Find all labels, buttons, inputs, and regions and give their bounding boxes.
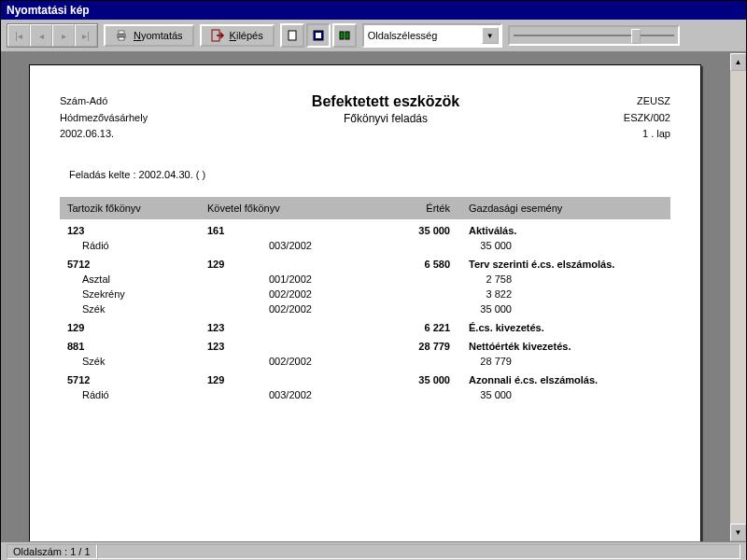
view-single-button[interactable] <box>280 23 304 48</box>
cell-item: Szék <box>67 356 222 367</box>
cell-item: Szék <box>67 303 222 315</box>
printer-icon <box>115 29 128 42</box>
cell-value: 35 000 <box>381 303 530 315</box>
svg-rect-2 <box>119 37 124 40</box>
cell-value: 28 779 <box>319 341 469 352</box>
col-credit: Követel főkönyv <box>207 203 319 214</box>
page: Szám-Adó Hódmezővásárhely 2002.06.13. Be… <box>29 64 701 541</box>
header-center: Befektetett eszközök Főkönyvi feladás <box>312 93 459 125</box>
doc-title: Befektetett eszközök <box>312 93 459 110</box>
zoom-value: Oldalszélesség <box>368 30 438 41</box>
table-header: Tartozik főkönyv Követel főkönyv Érték G… <box>60 197 670 219</box>
cell-value: 6 580 <box>319 259 469 270</box>
print-preview-window: Nyomtatási kép |◂ ◂ ▸ ▸| Nyomtatás Kilép… <box>0 0 747 560</box>
cell-value: 35 000 <box>381 389 530 400</box>
status-page: Oldalszám : 1 / 1 <box>7 544 97 559</box>
doc-subtitle: Főkönyvi feladás <box>312 112 459 125</box>
cell-doc: 002/2002 <box>222 356 381 367</box>
doc-date: 2002.06.13. <box>60 126 148 143</box>
next-page-button[interactable]: ▸ <box>52 24 75 47</box>
cell-value: 35 000 <box>319 374 469 385</box>
cell-debit: 881 <box>67 341 207 352</box>
table-row: Szekrény002/20023 822 <box>60 287 670 301</box>
exit-label: Kilépés <box>230 30 263 41</box>
table-row: Rádió003/200235 000 <box>60 238 670 253</box>
cell-value: 2 758 <box>381 273 530 285</box>
cell-debit: 5712 <box>67 259 207 270</box>
table-body: 12316135 000Aktiválás.Rádió003/200235 00… <box>60 223 670 402</box>
org-name: Szám-Adó <box>60 93 148 110</box>
titlebar: Nyomtatási kép <box>1 1 746 20</box>
zoom-select[interactable]: Oldalszélesség ▼ <box>362 23 502 48</box>
cell-doc: 002/2002 <box>222 303 381 315</box>
cell-debit: 123 <box>67 225 207 236</box>
table-row: 12316135 000Aktiválás. <box>60 223 670 238</box>
chevron-down-icon: ▼ <box>482 27 499 44</box>
last-page-button[interactable]: ▸| <box>75 24 97 47</box>
svg-rect-1 <box>119 31 124 34</box>
page-viewport[interactable]: Szám-Adó Hódmezővásárhely 2002.06.13. Be… <box>1 53 729 541</box>
cell-event: É.cs. kivezetés. <box>469 322 663 333</box>
svg-rect-6 <box>316 33 321 38</box>
table-row: 88112328 779Nettóérték kivezetés. <box>60 339 670 354</box>
cell-event <box>530 356 663 367</box>
prev-page-button[interactable]: ◂ <box>30 24 52 47</box>
cell-event <box>530 273 663 285</box>
first-page-button[interactable]: |◂ <box>7 24 30 47</box>
cell-credit: 123 <box>207 341 319 352</box>
scroll-track[interactable] <box>730 71 746 524</box>
table-row: Szék002/200235 000 <box>60 301 670 316</box>
cell-credit: 161 <box>207 225 319 236</box>
cell-doc: 002/2002 <box>222 288 381 300</box>
svg-rect-4 <box>289 31 296 40</box>
cell-event <box>530 389 663 400</box>
zoom-slider[interactable] <box>508 25 680 46</box>
view-multi-button[interactable] <box>332 23 357 48</box>
print-button[interactable]: Nyomtatás <box>104 24 194 47</box>
table-row: 571212935 000Azonnali é.cs. elszámolás. <box>60 372 670 387</box>
cell-value: 35 000 <box>381 240 530 251</box>
cell-item: Asztal <box>67 273 222 285</box>
cell-credit: 129 <box>207 259 319 270</box>
window-title: Nyomtatási kép <box>7 4 90 17</box>
svg-rect-8 <box>345 32 349 39</box>
doc-header: Szám-Adó Hódmezővásárhely 2002.06.13. Be… <box>60 93 670 143</box>
cell-doc: 001/2002 <box>222 273 381 285</box>
preview-body: Szám-Adó Hódmezővásárhely 2002.06.13. Be… <box>1 53 746 541</box>
exit-button[interactable]: Kilépés <box>200 24 275 47</box>
cell-event: Nettóérték kivezetés. <box>469 341 663 352</box>
posting-date: Feladás kelte : 2002.04.30. ( ) <box>69 169 670 180</box>
view-fit-button[interactable] <box>306 23 331 48</box>
svg-rect-7 <box>340 32 344 39</box>
table-row: 1291236 221É.cs. kivezetés. <box>60 320 670 335</box>
doc-code: ESZK/002 <box>624 110 670 127</box>
cell-value: 3 822 <box>381 288 530 300</box>
cell-debit: 5712 <box>67 374 207 385</box>
system-name: ZEUSZ <box>624 93 670 110</box>
cell-item: Rádió <box>67 240 222 251</box>
cell-item: Rádió <box>67 389 222 400</box>
cell-value: 28 779 <box>381 356 530 367</box>
vertical-scrollbar[interactable]: ▲ ▼ <box>729 53 746 541</box>
cell-credit: 123 <box>207 322 319 333</box>
toolbar: |◂ ◂ ▸ ▸| Nyomtatás Kilépés <box>1 20 746 53</box>
cell-event: Terv szerinti é.cs. elszámolás. <box>469 259 663 270</box>
col-event: Gazdasági esemény <box>469 203 663 214</box>
scroll-down-button[interactable]: ▼ <box>730 524 746 541</box>
view-group <box>280 23 357 48</box>
cell-doc: 003/2002 <box>222 389 381 400</box>
cell-event <box>530 288 663 300</box>
header-left: Szám-Adó Hódmezővásárhely 2002.06.13. <box>60 93 148 143</box>
col-value: Érték <box>319 203 469 214</box>
status-spacer <box>97 544 740 559</box>
col-debit: Tartozik főkönyv <box>67 203 207 214</box>
table-row: 57121296 580Terv szerinti é.cs. elszámol… <box>60 257 670 272</box>
page-number: 1 . lap <box>624 126 670 143</box>
scroll-up-button[interactable]: ▲ <box>730 53 746 71</box>
cell-value: 35 000 <box>319 225 469 236</box>
cell-event: Aktiválás. <box>469 225 663 236</box>
statusbar: Oldalszám : 1 / 1 <box>1 541 746 560</box>
cell-event <box>530 240 663 251</box>
cell-event <box>530 303 663 315</box>
cell-event: Azonnali é.cs. elszámolás. <box>469 374 663 385</box>
